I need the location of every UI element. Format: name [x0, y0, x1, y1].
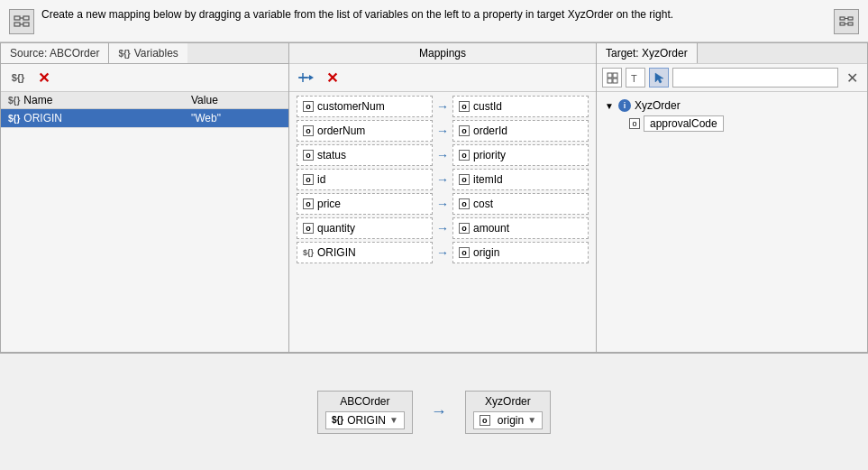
- mapping-arrow-5: →: [436, 221, 449, 235]
- mapping-row-5: o quantity → o amount: [297, 217, 589, 239]
- tree-container: ▼ i XyzOrder o approvalCode: [597, 92, 867, 352]
- name-prefix-icon: ${}: [8, 96, 20, 106]
- tree-root[interactable]: ▼ i XyzOrder: [604, 97, 860, 114]
- mapping-target-6[interactable]: o origin: [452, 242, 589, 263]
- source-flow-prefix: ${}: [332, 415, 343, 425]
- target-flow-box: XyzOrder o origin ▼: [465, 391, 551, 434]
- field-icon-target-6: o: [459, 247, 470, 258]
- mapping-row-0: o customerNum → o custId: [297, 96, 589, 117]
- source-flow-title: ABCOrder: [325, 395, 405, 408]
- mapping-target-0[interactable]: o custId: [452, 96, 589, 117]
- mapping-source-6[interactable]: ${} ORIGIN: [297, 242, 433, 263]
- svg-rect-16: [608, 73, 612, 78]
- close-search-button[interactable]: ✕: [842, 68, 862, 88]
- svg-rect-19: [613, 78, 617, 83]
- remove-mapping-button[interactable]: ✕: [322, 68, 342, 88]
- mapping-source-label-0: customerNum: [317, 100, 385, 113]
- name-column-label: Name: [23, 94, 52, 106]
- variable-row-origin[interactable]: ${} ORIGIN "Web": [1, 109, 288, 128]
- mapping-target-label-4: cost: [473, 198, 493, 210]
- mapping-list: o customerNum → o custId o orderNum →: [289, 92, 596, 352]
- mapping-source-4[interactable]: o price: [297, 193, 433, 215]
- target-flow-field[interactable]: o origin ▼: [473, 411, 543, 429]
- remove-variable-button[interactable]: ✕: [33, 68, 53, 88]
- variable-name-label: ORIGIN: [23, 112, 62, 124]
- mapping-row-6: ${} ORIGIN → o origin: [297, 242, 589, 263]
- mapping-row-4: o price → o cost: [297, 193, 589, 215]
- field-icon-target-0: o: [459, 101, 470, 112]
- mapping-target-4[interactable]: o cost: [452, 193, 589, 215]
- svg-text:T: T: [631, 73, 637, 84]
- mapping-source-label-1: orderNum: [317, 124, 365, 137]
- settings-button[interactable]: [834, 9, 859, 34]
- mapping-row-3: o id → o itemId: [297, 169, 589, 190]
- mapping-source-5[interactable]: o quantity: [297, 217, 433, 239]
- var-prefix: ${}: [8, 114, 20, 124]
- variable-name-origin: ${} ORIGIN: [8, 112, 191, 124]
- field-icon-0: o: [303, 101, 314, 112]
- svg-rect-0: [14, 16, 20, 20]
- var-field-icon-6: ${}: [303, 248, 314, 257]
- center-panel: Mappings ✕ o: [289, 43, 597, 352]
- svg-rect-3: [23, 23, 29, 26]
- mapping-target-label-3: itemId: [473, 173, 503, 186]
- mapping-row-2: o status → o priority: [297, 144, 589, 166]
- svg-rect-9: [848, 23, 853, 25]
- mapping-arrow-3: →: [436, 172, 449, 187]
- variables-table-header: ${} Name Value: [1, 92, 288, 109]
- add-variable-button[interactable]: ${}: [8, 68, 28, 88]
- target-flow-field-icon: o: [480, 415, 490, 426]
- mapping-source-label-4: price: [317, 198, 341, 210]
- tree-expand-icon[interactable]: ▼: [604, 100, 615, 111]
- svg-marker-21: [655, 73, 663, 83]
- variable-value-origin: "Web": [191, 112, 281, 124]
- field-icon-1: o: [303, 125, 314, 136]
- mapping-arrow-1: →: [436, 124, 449, 138]
- mapping-target-2[interactable]: o priority: [452, 144, 589, 166]
- tree-child-icon: o: [629, 118, 640, 129]
- remove-mapping-icon: ✕: [326, 69, 338, 87]
- cursor-button[interactable]: [649, 68, 669, 88]
- panels-row: Source: ABCOrder ${} Variables ${} ✕ ${}…: [0, 42, 868, 353]
- mapping-arrow-0: →: [436, 99, 449, 114]
- mapping-target-5[interactable]: o amount: [452, 217, 589, 239]
- value-column-header: Value: [191, 94, 281, 106]
- svg-rect-8: [848, 17, 853, 20]
- target-dropdown-icon: ▼: [527, 415, 536, 425]
- left-panel: Source: ABCOrder ${} Variables ${} ✕ ${}…: [1, 43, 289, 352]
- mapping-source-3[interactable]: o id: [297, 169, 433, 190]
- svg-rect-7: [840, 23, 845, 25]
- field-icon-target-5: o: [459, 223, 470, 234]
- mapping-source-label-2: status: [317, 149, 346, 161]
- list-view-button[interactable]: [602, 68, 622, 88]
- mapping-source-0[interactable]: o customerNum: [297, 96, 433, 117]
- mapping-target-label-2: priority: [473, 149, 506, 161]
- search-input[interactable]: [672, 68, 838, 88]
- field-icon-3: o: [303, 174, 314, 185]
- mapping-target-1[interactable]: o orderId: [452, 120, 589, 142]
- tree-child-approvalCode[interactable]: o approvalCode: [629, 114, 860, 134]
- mapping-source-1[interactable]: o orderNum: [297, 120, 433, 142]
- add-mapping-button[interactable]: [297, 68, 316, 88]
- svg-rect-6: [840, 17, 845, 20]
- vars-tab[interactable]: ${} Variables: [109, 43, 187, 63]
- svg-rect-2: [14, 23, 20, 26]
- source-flow-label: ORIGIN: [347, 414, 386, 427]
- mapping-target-3[interactable]: o itemId: [452, 169, 589, 190]
- mapping-source-2[interactable]: o status: [297, 144, 433, 166]
- mapping-target-label-6: origin: [473, 246, 499, 259]
- source-tab[interactable]: Source: ABCOrder: [1, 43, 109, 63]
- mapping-target-label-1: orderId: [473, 124, 507, 137]
- source-flow-field[interactable]: ${} ORIGIN ▼: [325, 411, 405, 429]
- add-variable-icon: ${}: [12, 72, 25, 83]
- mapping-source-label-6: ORIGIN: [317, 246, 356, 259]
- mapping-arrow-4: →: [436, 197, 449, 211]
- target-tab[interactable]: Target: XyzOrder: [597, 43, 698, 63]
- mapping-target-label-0: custId: [473, 100, 502, 113]
- remove-variable-icon: ✕: [38, 69, 50, 87]
- svg-marker-13: [309, 75, 314, 80]
- type-view-button[interactable]: T: [626, 68, 645, 88]
- mapping-icon: [9, 9, 34, 34]
- mapping-source-label-3: id: [317, 173, 325, 186]
- center-toolbar: ✕: [289, 64, 596, 92]
